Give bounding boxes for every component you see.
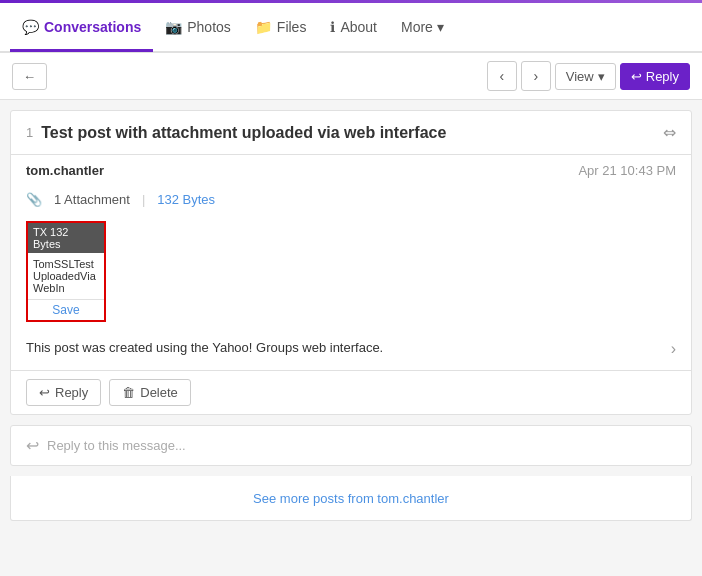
- attachment-save-link[interactable]: Save: [28, 299, 104, 320]
- back-icon: ←: [23, 69, 36, 84]
- view-dropdown-icon: ▾: [598, 69, 605, 84]
- prev-button[interactable]: ‹: [487, 61, 517, 91]
- post-title: Test post with attachment uploaded via w…: [41, 124, 655, 142]
- reply-action-icon: ↩: [39, 385, 50, 400]
- view-label: View: [566, 69, 594, 84]
- next-icon: ›: [533, 68, 538, 84]
- attachment-filename: TomSSLTestUploadedViaWebIn: [28, 253, 104, 299]
- post-author: tom.chantler: [26, 163, 104, 178]
- see-more-link[interactable]: See more posts from tom.chantler: [253, 491, 449, 506]
- reply-input-area[interactable]: ↩ Reply to this message...: [10, 425, 692, 466]
- expand-arrow-icon[interactable]: ›: [671, 340, 676, 358]
- tab-conversations[interactable]: 💬 Conversations: [10, 4, 153, 52]
- files-tab-label: Files: [277, 19, 307, 35]
- toolbar-reply-label: Reply: [646, 69, 679, 84]
- see-more-section: See more posts from tom.chantler: [10, 476, 692, 521]
- photos-icon: 📷: [165, 19, 182, 35]
- attachment-area: TX 132 Bytes TomSSLTestUploadedViaWebIn …: [11, 213, 691, 330]
- reply-button[interactable]: ↩ Reply: [26, 379, 101, 406]
- post-number: 1: [26, 125, 33, 140]
- separator: |: [142, 192, 145, 207]
- navigation-controls: ‹ › View ▾ ↩ Reply: [487, 61, 690, 91]
- toolbar: ← ‹ › View ▾ ↩ Reply: [0, 53, 702, 100]
- about-tab-label: About: [340, 19, 377, 35]
- post-body: › This post was created using the Yahoo!…: [11, 330, 691, 371]
- reply-icon: ↩: [631, 69, 642, 84]
- more-tab-label: More: [401, 19, 433, 35]
- attachment-bar: 📎 1 Attachment | 132 Bytes: [11, 186, 691, 213]
- about-icon: ℹ: [330, 19, 335, 35]
- tab-photos[interactable]: 📷 Photos: [153, 4, 243, 52]
- tab-about[interactable]: ℹ About: [318, 4, 389, 52]
- more-chevron-icon: ▾: [437, 19, 444, 35]
- attachment-header: TX 132 Bytes: [28, 223, 104, 253]
- view-button[interactable]: View ▾: [555, 63, 616, 90]
- next-button[interactable]: ›: [521, 61, 551, 91]
- attachment-size: 132 Bytes: [157, 192, 215, 207]
- attachment-box: TX 132 Bytes TomSSLTestUploadedViaWebIn …: [26, 221, 106, 322]
- reply-input-icon: ↩: [26, 436, 39, 455]
- conversations-tab-label: Conversations: [44, 19, 141, 35]
- post-date: Apr 21 10:43 PM: [578, 163, 676, 178]
- top-navigation: 💬 Conversations 📷 Photos 📁 Files ℹ About…: [0, 3, 702, 53]
- post-header: 1 Test post with attachment uploaded via…: [11, 111, 691, 155]
- expand-icon[interactable]: ⇔: [663, 123, 676, 142]
- delete-action-label: Delete: [140, 385, 178, 400]
- attachment-count: 1 Attachment: [54, 192, 130, 207]
- post-container: 1 Test post with attachment uploaded via…: [10, 110, 692, 415]
- reply-action-label: Reply: [55, 385, 88, 400]
- delete-icon: 🗑: [122, 385, 135, 400]
- post-meta: tom.chantler Apr 21 10:43 PM: [11, 155, 691, 186]
- tab-files[interactable]: 📁 Files: [243, 4, 319, 52]
- toolbar-reply-button[interactable]: ↩ Reply: [620, 63, 690, 90]
- prev-icon: ‹: [499, 68, 504, 84]
- delete-button[interactable]: 🗑 Delete: [109, 379, 191, 406]
- reply-input-placeholder: Reply to this message...: [47, 438, 676, 453]
- post-body-text: This post was created using the Yahoo! G…: [26, 340, 383, 355]
- paperclip-icon: 📎: [26, 192, 42, 207]
- tab-more[interactable]: More ▾: [389, 4, 456, 52]
- photos-tab-label: Photos: [187, 19, 231, 35]
- conversations-icon: 💬: [22, 19, 39, 35]
- post-actions: ↩ Reply 🗑 Delete: [11, 371, 691, 414]
- files-icon: 📁: [255, 19, 272, 35]
- back-button[interactable]: ←: [12, 63, 47, 90]
